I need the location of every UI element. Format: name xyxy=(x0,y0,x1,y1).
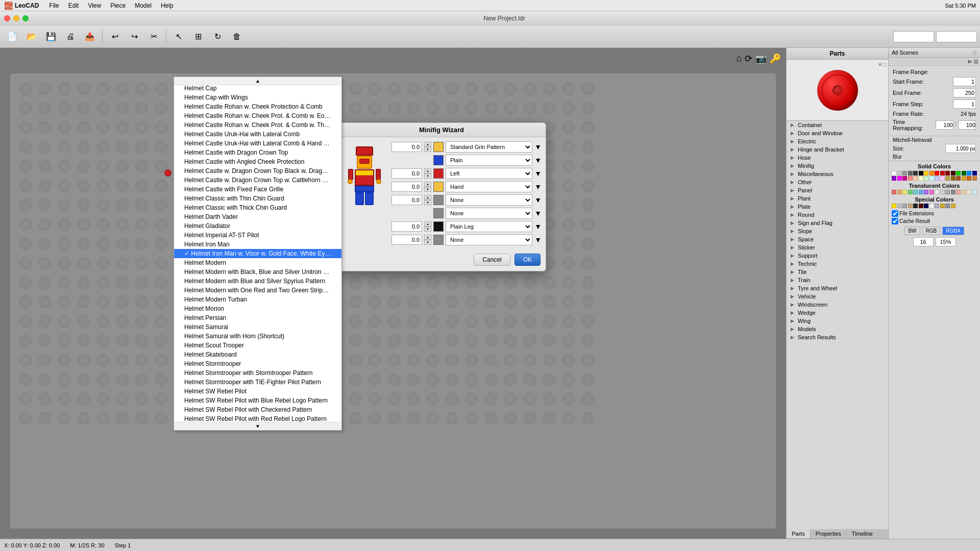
row7-color[interactable] xyxy=(433,221,444,232)
row6-expand-icon[interactable]: ▼ xyxy=(534,209,542,217)
dropdown-item[interactable]: Helmet Castle Uruk-Hai with Lateral Comb xyxy=(174,130,341,139)
tree-item-hose[interactable]: ▶ Hose xyxy=(787,154,888,162)
color-swatch-solid[interactable] xyxy=(962,171,966,176)
search-input[interactable] xyxy=(893,31,934,42)
scene-icon1[interactable]: ⊳ xyxy=(968,59,972,64)
dropdown-item[interactable]: Helmet Modern Turban xyxy=(174,295,341,304)
color-swatch-solid[interactable] xyxy=(940,171,945,176)
row1-expand-icon[interactable]: ▼ xyxy=(534,143,542,151)
dropdown-item[interactable]: Helmet Gladiator xyxy=(174,221,341,231)
tree-item-container[interactable]: ▶ Container xyxy=(787,121,888,129)
nav-camera-icon[interactable]: 📷 xyxy=(755,53,767,64)
time-remap-input2[interactable] xyxy=(958,120,976,130)
color-swatch-special[interactable] xyxy=(897,204,902,208)
color-swatch-solid[interactable] xyxy=(919,176,923,181)
dropdown-item[interactable]: Helmet Cap with Wings xyxy=(174,93,341,102)
bw-tab[interactable]: BW xyxy=(904,227,920,235)
color-swatch-solid[interactable] xyxy=(945,176,950,181)
row7-down[interactable]: ▼ xyxy=(424,227,431,232)
color-swatch-solid[interactable] xyxy=(929,176,934,181)
filter-input[interactable] xyxy=(936,31,977,42)
color-swatch-solid[interactable] xyxy=(935,176,939,181)
color-swatch-solid[interactable] xyxy=(929,171,934,176)
dropdown-item[interactable]: Helmet Stormtrooper xyxy=(174,359,341,368)
cancel-button[interactable]: Cancel xyxy=(474,254,510,266)
color-swatch-solid[interactable] xyxy=(902,171,907,176)
color-swatch-solid[interactable] xyxy=(913,176,918,181)
color-swatch-special[interactable] xyxy=(924,204,928,208)
tree-item-space[interactable]: ▶ Space xyxy=(787,235,888,243)
dropdown-item[interactable]: Helmet Castle Rohan w. Cheek Protection … xyxy=(174,102,341,111)
row3-color[interactable] xyxy=(433,168,444,179)
frame-step-input[interactable] xyxy=(953,99,976,109)
color-swatch-special[interactable] xyxy=(902,204,907,208)
dropdown-item[interactable]: Helmet Morion xyxy=(174,304,341,313)
row3-expand-icon[interactable]: ▼ xyxy=(534,169,542,178)
preview-close-icon[interactable]: ✕ xyxy=(878,62,882,67)
menu-file[interactable]: File xyxy=(45,1,63,10)
dropdown-item[interactable]: Helmet Persian xyxy=(174,313,341,322)
delete-tool[interactable]: 🗑 xyxy=(228,28,246,46)
row2-expand-icon[interactable]: ▼ xyxy=(534,156,542,164)
row5-up[interactable]: ▲ xyxy=(424,195,431,200)
rgba-tab[interactable]: RGBA xyxy=(942,227,964,235)
select-tool[interactable]: ↖ xyxy=(169,28,188,46)
dropdown-item[interactable]: Helmet Modern with Blue and Silver Spyri… xyxy=(174,277,341,286)
color-swatch-solid[interactable] xyxy=(967,171,971,176)
color-swatch-special[interactable] xyxy=(945,204,950,208)
row8-color[interactable] xyxy=(433,235,444,245)
tree-item-models[interactable]: ▶ Models xyxy=(787,325,888,333)
new-button[interactable]: 📄 xyxy=(3,28,21,46)
scroll-down-button[interactable]: ▼ xyxy=(174,422,341,430)
tree-item-train[interactable]: ▶ Train xyxy=(787,276,888,284)
row4-stepper[interactable]: ▲ ▼ xyxy=(424,182,431,192)
color-swatch-solid[interactable] xyxy=(962,176,966,181)
tree-item-sign-flag[interactable]: ▶ Sign and Flag xyxy=(787,219,888,227)
color-swatch-translucent[interactable] xyxy=(951,190,955,194)
dropdown-item[interactable]: Helmet Castle w. Dragon Crown Top w. Cat… xyxy=(174,176,341,185)
tree-item-other[interactable]: ▶ Other xyxy=(787,178,888,186)
row8-select[interactable]: None xyxy=(446,234,532,245)
color-swatch-solid[interactable] xyxy=(924,176,928,181)
color-swatch-translucent[interactable] xyxy=(945,190,950,194)
tree-item-door-window[interactable]: ▶ Door and Window xyxy=(787,129,888,137)
color-swatch-special[interactable] xyxy=(935,204,939,208)
add-piece-tool[interactable]: ⊞ xyxy=(189,28,207,46)
color-swatch-solid[interactable] xyxy=(935,171,939,176)
color-swatch-solid[interactable] xyxy=(951,176,955,181)
tab-parts[interactable]: Parts xyxy=(787,529,811,538)
row1-down[interactable]: ▼ xyxy=(424,147,431,152)
dropdown-item[interactable]: Helmet SW Rebel Pilot with Red Rebel Log… xyxy=(174,414,341,422)
row3-stepper[interactable]: ▲ ▼ xyxy=(424,168,431,179)
color-swatch-translucent[interactable] xyxy=(913,190,918,194)
color-swatch-solid[interactable] xyxy=(956,171,961,176)
color-swatch-solid[interactable] xyxy=(892,176,896,181)
translucent-colors-grid[interactable] xyxy=(892,190,977,194)
color-swatch-solid[interactable] xyxy=(967,176,971,181)
piece-dropdown[interactable]: ▲ Headdress Nemes Type 1Headdress Nemes … xyxy=(174,77,342,431)
dropdown-item[interactable]: Helmet Modern xyxy=(174,258,341,267)
dropdown-item[interactable]: Helmet Samurai with Horn (Shortcut) xyxy=(174,332,341,341)
size-input[interactable] xyxy=(945,144,976,153)
color-swatch-translucent[interactable] xyxy=(962,190,966,194)
color-swatch-solid[interactable] xyxy=(892,171,896,176)
row7-stepper[interactable]: ▲ ▼ xyxy=(424,221,431,232)
tree-item-electric[interactable]: ▶ Electric xyxy=(787,137,888,145)
row5-stepper[interactable]: ▲ ▼ xyxy=(424,195,431,205)
color-swatch-translucent[interactable] xyxy=(935,190,939,194)
color-swatch-translucent[interactable] xyxy=(919,190,923,194)
tree-item-search-results[interactable]: ▶ Search Results xyxy=(787,333,888,341)
color-swatch-special[interactable] xyxy=(929,204,934,208)
tree-item-support[interactable]: ▶ Support xyxy=(787,252,888,260)
tree-item-tile[interactable]: ▶ Tile xyxy=(787,268,888,276)
rotate-tool[interactable]: ↻ xyxy=(208,28,227,46)
color-swatch-solid[interactable] xyxy=(924,171,928,176)
color-swatch-solid[interactable] xyxy=(913,171,918,176)
tree-item-round[interactable]: ▶ Round xyxy=(787,211,888,219)
export-button[interactable]: 📤 xyxy=(81,28,99,46)
color-swatch-translucent[interactable] xyxy=(924,190,928,194)
color-swatch-translucent[interactable] xyxy=(972,190,977,194)
minimize-button[interactable] xyxy=(13,15,19,21)
row4-down[interactable]: ▼ xyxy=(424,187,431,192)
canvas-area[interactable]: ⌂ ⟳ 📷 🔑 xyxy=(0,48,786,539)
